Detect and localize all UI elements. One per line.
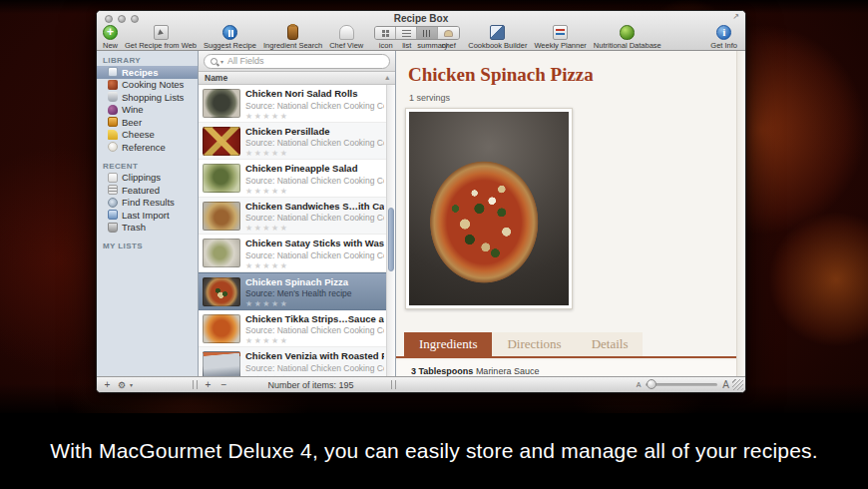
- column-header-name[interactable]: Name ▴: [199, 72, 395, 85]
- recipe-detail-pane: Chicken Spinach Pizza 1 servings Ingredi…: [396, 51, 745, 376]
- items-count: Number of items: 195: [233, 380, 388, 390]
- suggest-recipe-icon: [222, 25, 237, 40]
- detail-tabs: Ingredients Directions Details: [396, 333, 745, 358]
- list-add-button[interactable]: +: [202, 380, 215, 390]
- segment-icon-view[interactable]: [375, 27, 396, 39]
- cookbook-icon: [490, 25, 505, 40]
- web-recipe-icon: [154, 25, 169, 40]
- recipe-row[interactable]: Chicken Persillade Source: National Chic…: [199, 123, 386, 161]
- new-button[interactable]: New: [103, 25, 118, 50]
- splitter-handle[interactable]: [193, 380, 198, 389]
- sidebar-add-button[interactable]: +: [101, 380, 114, 390]
- cheese-icon: [108, 130, 118, 140]
- fullscreen-icon[interactable]: ↗: [732, 12, 739, 21]
- caption-band: With MacGourmet Deluxe 4, you can easily…: [0, 413, 868, 489]
- recipe-thumbnail: [203, 164, 240, 193]
- recipes-icon: [108, 67, 118, 77]
- recipe-photo: [409, 112, 569, 305]
- sidebar-header-library: LIBRARY: [97, 54, 198, 66]
- ingredient-search-button[interactable]: Ingredient Search: [263, 25, 322, 50]
- tab-ingredients[interactable]: Ingredients: [404, 332, 492, 356]
- segment-summary-view[interactable]: [417, 27, 438, 39]
- rating-stars[interactable]: ★★★★★: [245, 336, 384, 345]
- text-size-slider[interactable]: [646, 383, 717, 386]
- cooking-notes-icon: [108, 80, 118, 90]
- sidebar-item-clippings[interactable]: Clippings: [97, 172, 198, 185]
- recipe-servings: 1 servings: [409, 93, 450, 103]
- recipe-thumbnail: [203, 202, 240, 231]
- titlebar: Recipe Box ↗: [97, 11, 745, 25]
- chef-hat-small-icon: [444, 30, 453, 37]
- search-input[interactable]: ▾ All Fields: [204, 54, 390, 69]
- beer-icon: [108, 117, 118, 127]
- clippings-icon: [108, 173, 118, 183]
- resize-grip[interactable]: [732, 379, 743, 390]
- recipe-thumbnail: [203, 127, 240, 156]
- recipe-title: Chicken Spinach Pizza: [408, 64, 594, 86]
- rating-stars[interactable]: ★★★★★: [245, 261, 384, 270]
- rating-stars[interactable]: ★★★★★: [245, 187, 384, 196]
- screenshot-stage: Recipe Box ↗ New Get Recipe from Web Sug…: [0, 0, 868, 489]
- wine-icon: [108, 105, 118, 115]
- sidebar-item-beer[interactable]: Beer: [97, 116, 198, 129]
- get-recipe-from-web-button[interactable]: Get Recipe from Web: [125, 25, 197, 50]
- rating-stars[interactable]: ★★★★★: [245, 149, 384, 158]
- sidebar-item-last-import[interactable]: Last Import: [97, 209, 198, 222]
- view-segmented-control: icon list summary chef: [374, 26, 460, 50]
- segment-chef-view[interactable]: [438, 27, 459, 39]
- toolbar: New Get Recipe from Web Suggest Recipe I…: [97, 24, 745, 51]
- sidebar-item-find-results[interactable]: Find Results: [97, 197, 198, 210]
- sidebar-item-recipes[interactable]: Recipes: [97, 66, 198, 79]
- recipe-row[interactable]: Chicken Pineapple Salad Source: National…: [199, 160, 386, 198]
- rating-stars[interactable]: ★★★★★: [245, 224, 384, 233]
- rating-stars[interactable]: ★★★★★: [245, 112, 384, 121]
- ingredient-jar-icon: [287, 25, 298, 40]
- nutritional-database-button[interactable]: Nutritional Database: [594, 25, 661, 50]
- gear-icon[interactable]: ⚙: [118, 380, 126, 390]
- window-content: LIBRARY Recipes Cooking Notes Shopping L…: [97, 51, 745, 376]
- gear-caret-icon: ▾: [130, 381, 133, 388]
- rating-stars[interactable]: ★★★★★: [245, 299, 352, 308]
- planner-icon: [553, 25, 568, 40]
- recipe-row[interactable]: Chicken Tikka Strips…Sauce and Mango Rel…: [199, 310, 386, 348]
- find-results-icon: [108, 198, 118, 208]
- recipe-row[interactable]: Chicken Sandwiches S…ith Carmelized Onio…: [199, 198, 386, 236]
- recipe-row[interactable]: Chicken Satay Sticks with Wasabi Mayonna…: [199, 235, 386, 272]
- list-remove-button[interactable]: −: [217, 380, 230, 390]
- sidebar-item-shopping-lists[interactable]: Shopping Lists: [97, 91, 198, 104]
- recipe-rows: Chicken Nori Salad Rolls Source: Nationa…: [199, 85, 386, 376]
- tab-details[interactable]: Details: [577, 332, 644, 356]
- slider-knob[interactable]: [647, 379, 656, 389]
- segment-list-view[interactable]: [396, 27, 417, 39]
- ingredient-line: 3 Tablespoons Marinera Sauce: [411, 366, 716, 376]
- sidebar-item-cheese[interactable]: Cheese: [97, 129, 198, 142]
- trash-icon: [108, 223, 118, 233]
- sidebar-item-wine[interactable]: Wine: [97, 104, 198, 117]
- get-info-button[interactable]: Get Info: [710, 25, 737, 50]
- recipe-photo-frame: [405, 108, 573, 309]
- window-chrome: Recipe Box ↗ New Get Recipe from Web Sug…: [97, 11, 745, 51]
- weekly-planner-button[interactable]: Weekly Planner: [534, 25, 586, 50]
- sidebar-item-cooking-notes[interactable]: Cooking Notes: [97, 79, 198, 92]
- recipe-row-selected[interactable]: Chicken Spinach Pizza Source: Men's Heal…: [199, 272, 386, 310]
- detail-scrollbar[interactable]: [736, 51, 745, 376]
- scrollbar-thumb[interactable]: [388, 208, 394, 271]
- reference-icon: [108, 142, 118, 152]
- status-bar: + ⚙ ▾ + − Number of items: 195 A A: [97, 376, 745, 392]
- recipe-row[interactable]: Chicken Nori Salad Rolls Source: Nationa…: [199, 85, 386, 123]
- featured-icon: [108, 185, 118, 195]
- suggest-recipe-button[interactable]: Suggest Recipe: [204, 25, 256, 50]
- recipe-row[interactable]: Chicken Venizia with Roasted Pepper Coul…: [199, 347, 386, 376]
- search-scope-caret-icon: ▾: [220, 58, 223, 65]
- cookbook-builder-button[interactable]: Cookbook Builder: [468, 25, 527, 50]
- sidebar-item-trash[interactable]: Trash: [97, 222, 198, 235]
- tab-directions[interactable]: Directions: [492, 332, 576, 356]
- sidebar-item-featured[interactable]: Featured: [97, 184, 198, 197]
- list-scrollbar[interactable]: [386, 85, 395, 376]
- marketing-caption: With MacGourmet Deluxe 4, you can easily…: [50, 439, 818, 463]
- grid-icon: [382, 30, 389, 37]
- window-title: Recipe Box: [97, 13, 745, 24]
- chef-view-button[interactable]: Chef View: [329, 25, 363, 50]
- sidebar-item-reference[interactable]: Reference: [97, 141, 198, 154]
- info-icon: [716, 25, 731, 40]
